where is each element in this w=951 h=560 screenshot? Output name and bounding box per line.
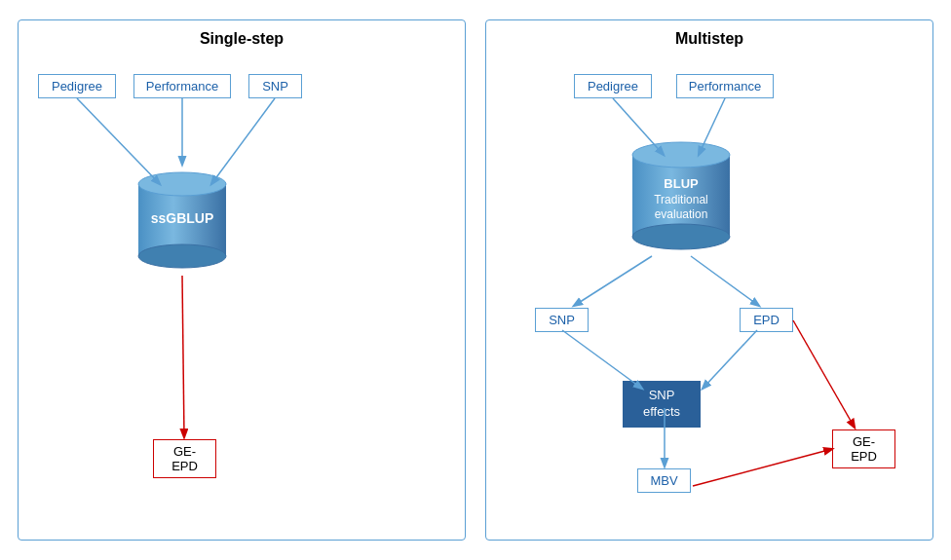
BLUP-cylinder: BLUP Traditional evaluation [628,137,735,254]
svg-text:Traditional: Traditional [654,193,708,206]
multistep-title: Multistep [486,30,932,48]
mbv-box: MBV [637,468,691,493]
svg-line-21 [693,449,832,486]
svg-point-1 [138,172,226,196]
snp-effects-box: SNPeffects [623,381,701,428]
svg-point-9 [632,142,730,168]
svg-line-7 [182,276,184,437]
left-pedigree-box: Pedigree [38,74,116,98]
svg-line-17 [691,256,759,306]
right-snp-box: SNP [535,308,589,332]
left-ge-epd-box: GE-EPD [153,439,216,478]
right-performance-box: Performance [676,74,774,98]
svg-line-19 [703,330,757,389]
svg-text:evaluation: evaluation [655,207,708,221]
multistep-panel: Multistep Pedigree Performance [485,19,933,541]
right-pedigree-box: Pedigree [574,74,652,98]
single-step-panel: Single-step Pedigree Performance SNP [18,19,466,541]
left-performance-box: Performance [133,74,231,98]
right-ge-epd-box: GE-EPD [832,429,895,468]
svg-line-16 [574,256,652,306]
single-step-title: Single-step [19,30,465,48]
epd-box: EPD [740,308,793,332]
svg-text:BLUP: BLUP [664,176,699,191]
left-snp-box: SNP [248,74,302,98]
ssGBLUP-cylinder: ssGBLUP [133,167,231,274]
svg-text:ssGBLUP: ssGBLUP [151,210,214,226]
svg-line-18 [562,330,642,389]
svg-line-22 [793,320,855,428]
svg-point-2 [138,244,226,268]
svg-point-10 [632,224,730,249]
